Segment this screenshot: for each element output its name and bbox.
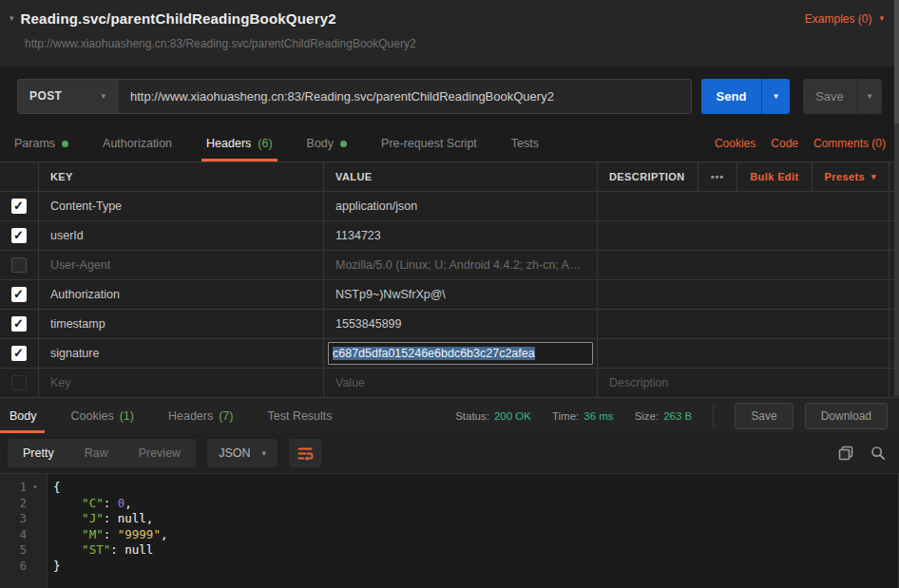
save-request-button[interactable]: Save <box>803 79 856 114</box>
header-row-user-agent: User-Agent Mozilla/5.0 (Linux; U; Androi… <box>0 251 899 280</box>
key-placeholder[interactable]: Key <box>50 376 71 389</box>
response-tab-headers[interactable]: Headers (7) <box>159 398 241 433</box>
scrollbar[interactable] <box>894 0 899 396</box>
tab-params-label: Params <box>14 137 55 150</box>
header-key[interactable]: timestamp <box>50 317 105 331</box>
row-checkbox[interactable] <box>11 228 27 243</box>
row-checkbox[interactable] <box>11 346 27 361</box>
response-toolbar: Pretty Raw Preview JSON ▾ <box>0 433 899 473</box>
send-button-group: Send ▾ <box>701 79 790 114</box>
code-line: "C": 0, <box>53 496 898 512</box>
size-badge: Size: 263 B <box>635 410 693 422</box>
url-input[interactable] <box>118 80 691 113</box>
code-line: "J": null, <box>53 511 898 527</box>
header-value[interactable]: application/json <box>335 199 417 213</box>
send-options-button[interactable]: ▾ <box>761 79 790 114</box>
tab-authorization-label: Authorization <box>103 137 172 150</box>
chevron-down-icon: ▾ <box>774 92 778 101</box>
presets-dropdown[interactable]: Presets ▾ <box>812 162 889 191</box>
chevron-down-icon: ▾ <box>868 92 872 101</box>
response-tab-cookies[interactable]: Cookies (1) <box>62 398 142 433</box>
header-row-content-type: Content-Type application/json <box>0 192 899 221</box>
line-number: 6 <box>0 559 47 575</box>
request-title: Reading.svc/parentChildReadingBookQuery2 <box>21 10 336 27</box>
row-checkbox[interactable] <box>11 375 27 390</box>
header-value[interactable]: NSTp9~)NwSfrXp@\ <box>335 288 446 301</box>
chevron-down-icon: ▾ <box>261 449 266 458</box>
postman-window: ▾ Reading.svc/parentChildReadingBookQuer… <box>0 0 899 588</box>
request-header: ▾ Reading.svc/parentChildReadingBookQuer… <box>0 0 899 66</box>
collapse-request-icon[interactable]: ▾ <box>10 14 14 23</box>
row-checkbox[interactable] <box>11 199 27 214</box>
response-tab-test-results[interactable]: Test Results <box>258 398 339 433</box>
line-number: 1▾ <box>0 480 47 496</box>
header-key[interactable]: User-Agent <box>50 258 110 272</box>
copy-response-icon[interactable] <box>838 446 853 461</box>
header-key[interactable]: userId <box>50 229 84 242</box>
tab-prerequest-label: Pre-request Script <box>381 137 477 150</box>
format-select[interactable]: JSON ▾ <box>207 439 277 467</box>
wrap-text-button[interactable] <box>289 439 321 467</box>
row-checkbox[interactable] <box>11 257 27 273</box>
line-number: 4 <box>0 527 47 543</box>
header-value[interactable]: 1553845899 <box>335 317 402 331</box>
body-modified-dot-icon <box>340 141 347 147</box>
save-response-button[interactable]: Save <box>735 403 793 429</box>
tab-prerequest-script[interactable]: Pre-request Script <box>376 125 482 161</box>
row-checkbox[interactable] <box>11 316 27 332</box>
table-header-row: KEY VALUE DESCRIPTION ••• Bulk Edit Pres… <box>0 162 899 192</box>
fold-spacer <box>27 496 44 512</box>
signature-value-input[interactable]: c687d5dfa015246e6bdc6b3c27c2afea <box>328 342 593 365</box>
header-value[interactable]: 1134723 <box>335 229 381 242</box>
code-link[interactable]: Code <box>771 137 798 150</box>
save-options-button[interactable]: ▾ <box>856 79 882 114</box>
params-modified-dot-icon <box>62 141 68 147</box>
bulk-edit-button[interactable]: Bulk Edit <box>736 162 811 191</box>
fold-toggle-icon[interactable]: ▾ <box>27 480 44 496</box>
request-tabs: Params Authorization Headers (6) Body Pr… <box>0 125 899 161</box>
row-checkbox[interactable] <box>11 287 27 302</box>
selected-text: c687d5dfa015246e6bdc6b3c27c2afea <box>333 347 535 360</box>
time-badge: Time: 36 ms <box>552 410 614 422</box>
header-key[interactable]: Authorization <box>50 288 120 301</box>
column-value: VALUE <box>323 162 597 191</box>
view-raw-button[interactable]: Raw <box>69 439 124 467</box>
view-mode-segments: Pretty Raw Preview <box>8 439 196 467</box>
fold-spacer <box>27 542 44 559</box>
divider <box>713 406 714 427</box>
tab-headers[interactable]: Headers (6) <box>201 125 277 161</box>
search-response-icon[interactable] <box>870 446 886 461</box>
response-header: Body Cookies (1) Headers (7) Test Result… <box>0 398 899 433</box>
new-header-row: Key Value Description <box>0 369 899 398</box>
tab-params[interactable]: Params <box>10 125 73 161</box>
response-tab-body[interactable]: Body <box>0 398 45 433</box>
header-key[interactable]: signature <box>50 347 99 360</box>
send-button[interactable]: Send <box>701 79 761 114</box>
tab-authorization[interactable]: Authorization <box>98 125 177 161</box>
more-options-icon[interactable]: ••• <box>698 162 737 191</box>
tab-body[interactable]: Body <box>302 125 353 161</box>
fold-spacer <box>27 559 44 575</box>
tab-headers-label: Headers <box>206 137 251 150</box>
cookies-link[interactable]: Cookies <box>715 137 756 150</box>
header-key[interactable]: Content-Type <box>50 199 122 213</box>
header-row-signature: signature c687d5dfa015246e6bdc6b3c27c2af… <box>0 339 899 369</box>
header-row-timestamp: timestamp 1553845899 <box>0 310 899 339</box>
tab-tests[interactable]: Tests <box>507 125 544 161</box>
line-number: 2 <box>0 496 47 512</box>
scrollbar-thumb[interactable] <box>894 0 899 123</box>
status-badge: Status: 200 OK <box>455 410 531 422</box>
header-row-authorization: Authorization NSTp9~)NwSfrXp@\ <box>0 280 899 310</box>
view-pretty-button[interactable]: Pretty <box>8 439 69 467</box>
download-response-button[interactable]: Download <box>805 403 888 429</box>
comments-link[interactable]: Comments (0) <box>813 137 886 150</box>
method-select[interactable]: POST ▾ <box>18 80 118 113</box>
view-preview-button[interactable]: Preview <box>124 439 196 467</box>
examples-dropdown[interactable]: Examples (0) ▾ <box>805 12 884 26</box>
tab-headers-count: (6) <box>258 137 272 150</box>
column-description: DESCRIPTION <box>609 171 685 182</box>
description-placeholder[interactable]: Description <box>609 376 669 389</box>
header-value[interactable]: Mozilla/5.0 (Linux; U; Android 4.4.2; zh… <box>335 258 585 272</box>
chevron-down-icon: ▾ <box>101 92 105 101</box>
value-placeholder[interactable]: Value <box>335 376 365 389</box>
